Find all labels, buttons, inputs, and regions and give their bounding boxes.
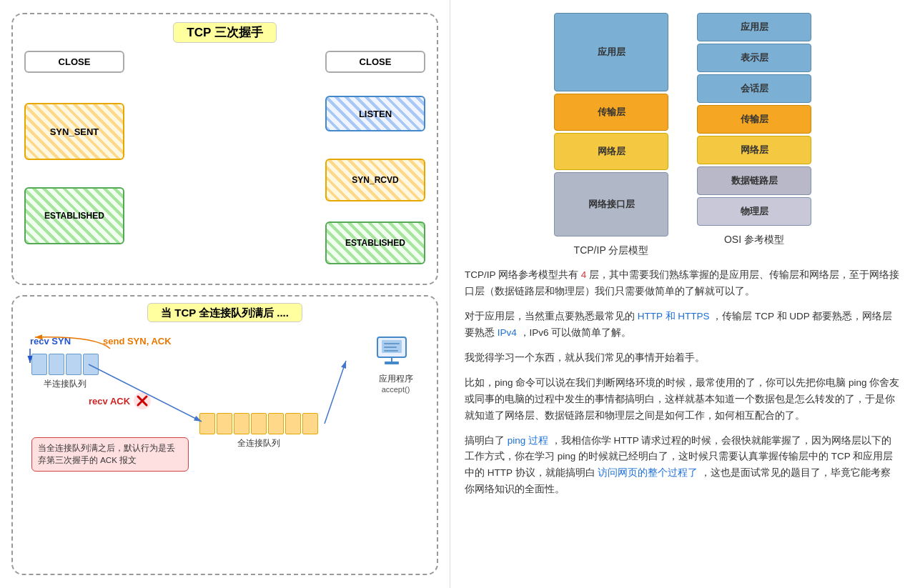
full-cell2 <box>217 413 232 434</box>
syn-sent-box: SYN_SENT <box>24 103 124 160</box>
full-queue-label: 全连接队列 <box>199 437 318 449</box>
half-queue-area: 半连接队列 <box>31 354 99 390</box>
tcp-queue-diagram: 当 TCP 全连接队列满后 .... recv SYN send SYN, AC… <box>11 295 438 575</box>
send-syn-ack-label: send SYN, ACK <box>103 334 172 347</box>
app-label: 应用程序 <box>376 373 415 385</box>
queue-cell-empty1 <box>31 354 47 375</box>
full-cell3 <box>234 413 249 434</box>
osi-app-layer: 应用层 <box>697 13 811 41</box>
queue-diagram-body: recv SYN send SYN, ACK recv ACK <box>24 329 425 472</box>
svg-rect-20 <box>384 347 397 348</box>
full-cell5 <box>268 413 284 434</box>
paragraph-2: 对于应用层，当然重点要熟悉最常见的 HTTP 和 HTTPS ，传输层 TCP … <box>465 309 901 342</box>
paragraph-3: 我觉得学习一个东西，就从我们常见的事情开始着手。 <box>465 350 901 367</box>
syn-rcvd-box: SYN_RCVD <box>325 159 425 201</box>
recv-syn-label: recv SYN <box>30 334 71 347</box>
osi-sess-layer: 会话层 <box>697 74 811 103</box>
established-right-box: ESTABLISHED <box>325 221 425 264</box>
ping-process-link: ping 过程 <box>508 435 548 446</box>
model-diagrams: 应用层 传输层 网络层 网络接口层 TCP/IP 分层模型 应用层 表示层 会话… <box>465 13 901 257</box>
tcp-handshake-title-container: TCP 三次握手 <box>24 24 425 41</box>
osi-phys-layer: 物理层 <box>697 197 811 226</box>
full-cell4 <box>251 413 267 434</box>
handshake-diagram-body: CLOSE SYN_SENT ESTABLISHED <box>24 51 425 272</box>
tcpip-transport-layer: 传输层 <box>554 94 668 131</box>
ipv4-link: IPv4 <box>498 327 517 338</box>
queue-title-container: 当 TCP 全连接队列满后 .... <box>24 307 425 320</box>
x-mark-icon <box>133 392 152 410</box>
half-queue-cells <box>31 354 99 375</box>
full-cell7 <box>302 413 318 434</box>
osi-net-layer: 网络层 <box>697 136 811 164</box>
warning-box: 当全连接队列满之后，默认行为是丢弃第三次握手的 ACK 报文 <box>31 437 189 472</box>
tcpip-app-layer: 应用层 <box>554 13 668 91</box>
osi-pres-layer: 表示层 <box>697 44 811 72</box>
svg-rect-19 <box>384 343 400 344</box>
handshake-left-column: CLOSE SYN_SENT ESTABLISHED <box>24 51 124 244</box>
osi-data-layer: 数据链路层 <box>697 166 811 195</box>
svg-rect-21 <box>384 350 398 352</box>
full-cell1 <box>199 413 215 434</box>
queue-cell-filled2 <box>66 354 81 375</box>
queue-title: 当 TCP 全连接队列满后 .... <box>147 303 302 322</box>
full-queue-cells <box>199 413 318 434</box>
highlight-4-layers: 4 <box>581 269 587 280</box>
close-left-box: CLOSE <box>24 51 124 73</box>
osi-model-label: OSI 参考模型 <box>724 234 784 246</box>
svg-rect-18 <box>385 362 399 364</box>
accept-label: accept() <box>376 385 415 394</box>
tcp-handshake-title: TCP 三次握手 <box>173 22 276 43</box>
paragraph-5: 搞明白了 ping 过程 ，我相信你学 HTTP 请求过程的时候，会很快就能掌握… <box>465 433 901 499</box>
svg-line-27 <box>325 361 346 424</box>
full-queue-area: 全连接队列 <box>199 413 318 449</box>
queue-cell-filled1 <box>49 354 64 375</box>
app-area: 应用程序 accept() <box>376 336 415 394</box>
close-right-box: CLOSE <box>325 51 425 73</box>
paragraph-1: TCP/IP 网络参考模型共有 4 层，其中需要我们熟练掌握的是应用层、传输层和… <box>465 267 901 300</box>
tcpip-model-label: TCP/IP 分层模型 <box>574 244 649 257</box>
app-icon <box>376 336 415 370</box>
listen-box: LISTEN <box>325 96 425 131</box>
queue-cell-filled3 <box>83 354 99 375</box>
full-cell6 <box>285 413 301 434</box>
webpage-process-link: 访问网页的整个过程了 <box>598 467 698 478</box>
text-content: TCP/IP 网络参考模型共有 4 层，其中需要我们熟练掌握的是应用层、传输层和… <box>465 267 901 498</box>
http-https-link: HTTP 和 HTTPS <box>638 311 710 322</box>
tcp-handshake-diagram: TCP 三次握手 CLOSE SYN_SENT ESTABLISHED <box>11 13 438 285</box>
left-panel: TCP 三次握手 CLOSE SYN_SENT ESTABLISHED <box>0 0 450 588</box>
osi-trans-layer: 传输层 <box>697 105 811 134</box>
tcpip-model-column: 应用层 传输层 网络层 网络接口层 TCP/IP 分层模型 <box>554 13 668 257</box>
established-left-box: ESTABLISHED <box>24 187 124 244</box>
tcpip-link-layer: 网络接口层 <box>554 172 668 236</box>
osi-model-column: 应用层 表示层 会话层 传输层 网络层 数据链路层 物理层 OSI 参考模型 <box>697 13 811 257</box>
paragraph-4: 比如，ping 命令可以说在我们判断网络环境的时候，最常使用的了，你可以先把你电… <box>465 375 901 424</box>
recv-ack-area: recv ACK <box>89 392 152 410</box>
tcpip-network-layer: 网络层 <box>554 133 668 170</box>
handshake-right-column: CLOSE LISTEN SYN_RCVD ESTABLISHED <box>325 51 425 264</box>
right-panel: 应用层 传输层 网络层 网络接口层 TCP/IP 分层模型 应用层 表示层 会话… <box>450 0 915 588</box>
half-queue-label: 半连接队列 <box>31 378 99 390</box>
